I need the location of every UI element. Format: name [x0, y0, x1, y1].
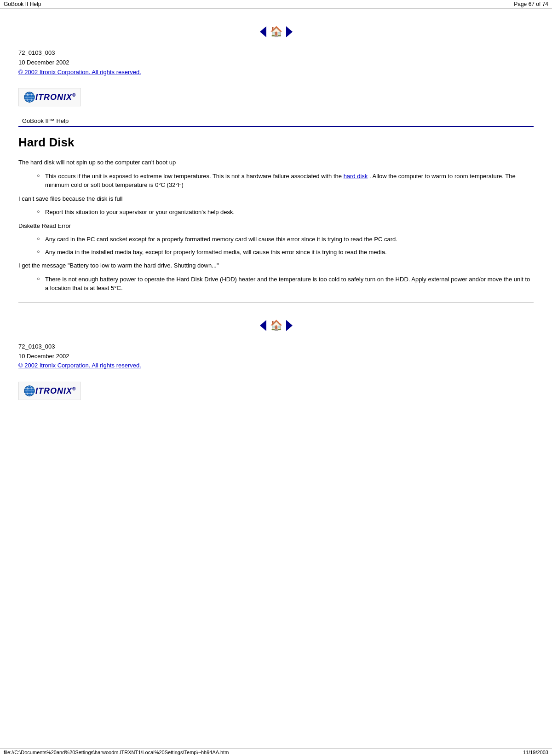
doc-id-top: 72_0103_003 [18, 48, 534, 58]
bullet-list-2: Report this situation to your supervisor… [37, 208, 534, 217]
filepath: file://C:\Documents%20and%20Settings\har… [4, 750, 229, 755]
logo-text-bottom: ITRONIX® [35, 386, 76, 396]
meta-block-top: 72_0103_003 10 December 2002 © 2002 Itro… [18, 48, 534, 77]
forward-button[interactable] [286, 26, 293, 37]
bullet-item-2: Report this situation to your supervisor… [37, 208, 534, 217]
logo-name: ITRONIX [35, 93, 72, 102]
bottom-nav-icons: 🏠 [18, 312, 534, 337]
svg-point-6 [27, 94, 29, 96]
bullet-item-4: Any media in the installed media bay, ex… [37, 248, 534, 257]
home-button-bottom[interactable]: 🏠 [270, 320, 282, 331]
logo-reg-bottom: ® [72, 386, 76, 391]
article-heading: Hard Disk [18, 135, 534, 150]
section-divider [18, 302, 534, 302]
gobook-title-bar: GoBook II™ Help [18, 116, 534, 127]
top-nav-icons: 🏠 [18, 18, 534, 43]
meta-block-bottom: 72_0103_003 10 December 2002 © 2002 Itro… [18, 342, 534, 371]
bullet-list-1: This occurs if the unit is exposed to ex… [37, 172, 534, 190]
status-bar: file://C:\Documents%20and%20Settings\har… [0, 748, 552, 756]
svg-point-13 [27, 388, 29, 390]
doc-id-bottom: 72_0103_003 [18, 342, 534, 352]
globe-icon [23, 91, 35, 103]
logo-reg: ® [72, 93, 76, 98]
doc-date-bottom: 10 December 2002 [18, 352, 534, 361]
bullet-item-3: Any card in the PC card socket except fo… [37, 235, 534, 244]
bullet-list-3: Any card in the PC card socket except fo… [37, 235, 534, 256]
logo-text: ITRONIX® [35, 93, 76, 102]
copyright-link-top[interactable]: © 2002 Itronix Corporation. All rights r… [18, 69, 141, 76]
top-bar: GoBook II Help Page 67 of 74 [0, 0, 552, 9]
content-area: 🏠 72_0103_003 10 December 2002 © 2002 It… [0, 9, 552, 414]
para-3: Diskette Read Error [18, 221, 534, 231]
hard-disk-link[interactable]: hard disk [344, 173, 368, 180]
doc-date-top: 10 December 2002 [18, 58, 534, 68]
para-2: I can't save files because the disk is f… [18, 194, 534, 204]
home-button[interactable]: 🏠 [270, 27, 282, 37]
para-4: I get the message "Battery too low to wa… [18, 261, 534, 270]
logo-area-bottom: ITRONIX® [18, 382, 81, 400]
forward-button-bottom[interactable] [286, 320, 293, 331]
back-button-bottom[interactable] [260, 320, 266, 331]
globe-icon-bottom [23, 385, 35, 397]
copyright-link-bottom[interactable]: © 2002 Itronix Corporation. All rights r… [18, 362, 141, 369]
logo-name-bottom: ITRONIX [35, 386, 72, 395]
logo-area-top: ITRONIX® [18, 88, 81, 106]
bottom-date: 11/19/2003 [523, 750, 548, 755]
bullet-item-5: There is not enough battery power to ope… [37, 275, 534, 293]
app-title: GoBook II Help [4, 1, 41, 7]
gobook-header-text: GoBook II™ Help [22, 117, 69, 124]
para-1: The hard disk will not spin up so the co… [18, 158, 534, 167]
back-button[interactable] [260, 26, 266, 37]
bullet-list-4: There is not enough battery power to ope… [37, 275, 534, 293]
bullet-item-1: This occurs if the unit is exposed to ex… [37, 172, 534, 190]
page-info: Page 67 of 74 [514, 1, 548, 7]
